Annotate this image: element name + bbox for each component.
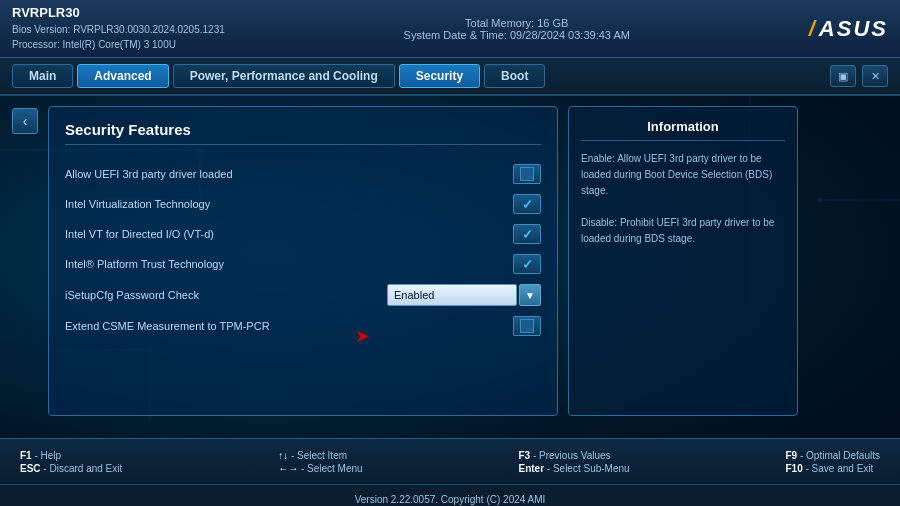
shortcut-enter-key: Enter	[518, 463, 544, 474]
tab-advanced[interactable]: Advanced	[77, 64, 168, 88]
shortcut-f3-action: - Previous Values	[533, 450, 611, 461]
shortcut-f9-action: - Optimal Defaults	[800, 450, 880, 461]
total-memory-label: Total Memory:	[465, 17, 534, 29]
checkbox-intel-vtd[interactable]	[513, 224, 541, 244]
info-panel: Information Enable: Allow UEFI 3rd party…	[568, 106, 798, 416]
shortcut-group-f3: F3 - Previous Values Enter - Select Sub-…	[518, 450, 629, 474]
footer: F1 - Help ESC - Discard and Exit ↑↓ - Se…	[0, 438, 900, 506]
memory-info: Total Memory: 16 GB	[404, 17, 630, 29]
checkbox-extend-csme[interactable]	[513, 316, 541, 336]
feature-control-intel-vtd	[513, 224, 541, 244]
dropdown-wrapper-isetup: Enabled ▼	[387, 284, 541, 306]
shortcut-f10-action: - Save and Exit	[806, 463, 874, 474]
shortcut-updown-key: ↑↓	[278, 450, 288, 461]
feature-control-intel-ptt	[513, 254, 541, 274]
info-panel-text: Enable: Allow UEFI 3rd party driver to b…	[581, 151, 785, 247]
feature-label-extend-csme: Extend CSME Measurement to TPM-PCR	[65, 320, 513, 332]
shortcut-esc-action: - Discard and Exit	[43, 463, 122, 474]
asus-slash: /	[809, 16, 817, 41]
tab-main[interactable]: Main	[12, 64, 73, 88]
panel-title: Security Features	[65, 121, 541, 145]
shortcut-leftright: ←→ - Select Menu	[278, 463, 362, 474]
feature-label-isetup-pwd: iSetupCfg Password Check	[65, 289, 387, 301]
feature-row-allow-uefi: Allow UEFI 3rd party driver loaded	[65, 159, 541, 189]
checkbox-intel-virt[interactable]	[513, 194, 541, 214]
footer-version: Version 2.22.0057. Copyright (C) 2024 AM…	[0, 484, 900, 506]
shortcut-f3-key: F3	[518, 450, 530, 461]
close-icon-btn[interactable]: ✕	[862, 65, 888, 87]
footer-version-text: Version 2.22.0057. Copyright (C) 2024 AM…	[355, 494, 546, 505]
nav-right-icons: ▣ ✕	[830, 65, 888, 87]
shortcut-f10-key: F10	[786, 463, 803, 474]
feature-control-intel-virt	[513, 194, 541, 214]
feature-row-intel-virt: Intel Virtualization Technology	[65, 189, 541, 219]
shortcut-f9-key: F9	[786, 450, 798, 461]
tab-boot[interactable]: Boot	[484, 64, 545, 88]
bios-version-label: Bios Version:	[12, 24, 70, 35]
shortcut-f1-key: F1	[20, 450, 32, 461]
checkbox-intel-ptt[interactable]	[513, 254, 541, 274]
feature-label-intel-vtd: Intel VT for Directed I/O (VT-d)	[65, 228, 513, 240]
header: RVRPLR30 Bios Version: RVRPLR30.0030.202…	[0, 0, 900, 58]
feature-label-intel-ptt: Intel® Platform Trust Technology	[65, 258, 513, 270]
checkbox-allow-uefi[interactable]	[513, 164, 541, 184]
feature-row-isetup-pwd: iSetupCfg Password Check Enabled ▼	[65, 279, 541, 311]
system-date-label: System Date & Time:	[404, 29, 507, 41]
feature-row-intel-ptt: Intel® Platform Trust Technology	[65, 249, 541, 279]
shortcut-f3: F3 - Previous Values	[518, 450, 629, 461]
nav-bar: Main Advanced Power, Performance and Coo…	[0, 58, 900, 96]
tab-security[interactable]: Security	[399, 64, 480, 88]
shortcut-esc: ESC - Discard and Exit	[20, 463, 122, 474]
system-date-value: 09/28/2024	[510, 29, 565, 41]
feature-control-allow-uefi	[513, 164, 541, 184]
shortcut-f1: F1 - Help	[20, 450, 122, 461]
shortcut-group-nav: ↑↓ - Select Item ←→ - Select Menu	[278, 450, 362, 474]
shortcut-leftright-action: - Select Menu	[301, 463, 363, 474]
dropdown-isetup-field[interactable]: Enabled	[387, 284, 517, 306]
shortcut-f9: F9 - Optimal Defaults	[786, 450, 880, 461]
shortcut-enter: Enter - Select Sub-Menu	[518, 463, 629, 474]
shortcut-enter-action: - Select Sub-Menu	[547, 463, 630, 474]
shortcut-f1-action: - Help	[34, 450, 61, 461]
feature-row-intel-vtd: Intel VT for Directed I/O (VT-d)	[65, 219, 541, 249]
shortcut-esc-key: ESC	[20, 463, 41, 474]
feature-control-isetup-pwd: Enabled ▼	[387, 284, 541, 306]
shortcut-updown: ↑↓ - Select Item	[278, 450, 362, 461]
back-button[interactable]: ‹	[12, 108, 38, 134]
processor-value: Intel(R) Core(TM) 3 100U	[63, 39, 176, 50]
asus-logo: /ASUS	[809, 16, 888, 42]
security-panel: Security Features Allow UEFI 3rd party d…	[48, 106, 558, 416]
feature-row-extend-csme: Extend CSME Measurement to TPM-PCR ➤	[65, 311, 541, 341]
monitor-icon-btn[interactable]: ▣	[830, 65, 856, 87]
feature-control-extend-csme	[513, 316, 541, 336]
dropdown-isetup-btn[interactable]: ▼	[519, 284, 541, 306]
feature-label-intel-virt: Intel Virtualization Technology	[65, 198, 513, 210]
shortcut-group-f1: F1 - Help ESC - Discard and Exit	[20, 450, 122, 474]
system-time-value: 03:39:43 AM	[568, 29, 630, 41]
bios-info: Bios Version: RVRPLR30.0030.2024.0205.12…	[12, 22, 225, 52]
footer-shortcuts: F1 - Help ESC - Discard and Exit ↑↓ - Se…	[0, 438, 900, 484]
bios-version: RVRPLR30.0030.2024.0205.1231	[73, 24, 225, 35]
info-panel-title: Information	[581, 119, 785, 141]
main-content: ‹ Security Features Allow UEFI 3rd party…	[0, 96, 900, 426]
header-center: Total Memory: 16 GB System Date & Time: …	[404, 17, 630, 41]
shortcut-group-f9: F9 - Optimal Defaults F10 - Save and Exi…	[786, 450, 880, 474]
model-name: RVRPLR30	[12, 5, 225, 20]
header-left: RVRPLR30 Bios Version: RVRPLR30.0030.202…	[12, 5, 225, 52]
processor-label: Processor:	[12, 39, 60, 50]
shortcut-leftright-key: ←→	[278, 463, 298, 474]
shortcut-f10: F10 - Save and Exit	[786, 463, 880, 474]
total-memory-value: 16 GB	[537, 17, 568, 29]
feature-label-allow-uefi: Allow UEFI 3rd party driver loaded	[65, 168, 513, 180]
tab-power[interactable]: Power, Performance and Cooling	[173, 64, 395, 88]
header-right: /ASUS	[809, 16, 888, 42]
shortcut-updown-action: - Select Item	[291, 450, 347, 461]
datetime-info: System Date & Time: 09/28/2024 03:39:43 …	[404, 29, 630, 41]
